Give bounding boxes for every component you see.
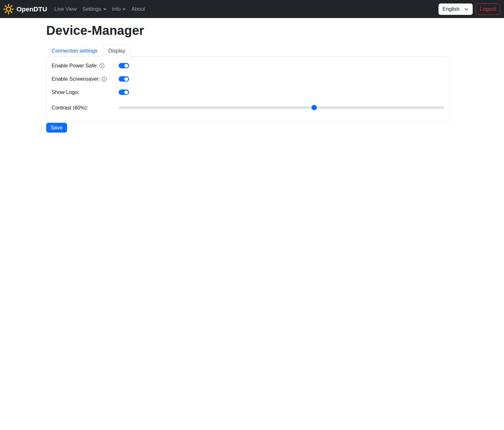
page-title: Device-Manager [46, 23, 450, 38]
contrast-slider-track[interactable] [119, 106, 445, 109]
language-selected-value: English [443, 6, 460, 12]
show-logo-label: Show Logo: [52, 89, 119, 95]
main-content: Device-Manager Connection settings Displ… [46, 23, 450, 133]
contrast-slider[interactable] [119, 105, 445, 110]
language-select[interactable]: English [439, 3, 473, 15]
tab-bar: Connection settings Display [46, 45, 450, 56]
tab-connection-settings[interactable]: Connection settings [46, 45, 103, 57]
brand-link[interactable]: OpenDTU [3, 4, 47, 15]
enable-power-safe-switch[interactable] [119, 63, 129, 68]
nav-settings-label: Settings [82, 6, 101, 12]
nav-info[interactable]: Info [109, 3, 129, 15]
enable-screensaver-label: Enable Screensaver: [52, 76, 119, 82]
navbar: OpenDTU Live View Settings Info About En… [0, 0, 504, 18]
show-logo-label-text: Show Logo: [52, 89, 79, 95]
enable-screensaver-row: Enable Screensaver: [52, 75, 445, 83]
tab-display[interactable]: Display [103, 45, 131, 57]
show-logo-switch[interactable] [119, 90, 129, 95]
show-logo-row: Show Logo: [52, 88, 445, 96]
enable-power-safe-label: Enable Power Safe: [52, 63, 119, 69]
chevron-down-icon [122, 9, 126, 10]
nav-links: Live View Settings Info About [52, 3, 148, 15]
contrast-slider-thumb[interactable] [312, 105, 317, 110]
brand-label: OpenDTU [16, 5, 47, 13]
display-settings-card: Enable Power Safe: Enable Screensaver: [46, 56, 450, 122]
sun-icon [3, 4, 14, 15]
chevron-down-icon [464, 7, 469, 11]
nav-info-label: Info [112, 6, 121, 12]
info-icon[interactable] [99, 63, 104, 68]
nav-about-label: About [131, 6, 145, 12]
navbar-right: English Logout [439, 3, 500, 15]
nav-settings[interactable]: Settings [79, 3, 109, 15]
save-button[interactable]: Save [46, 123, 67, 133]
contrast-label: Contrast (60%): [52, 105, 119, 111]
enable-screensaver-switch[interactable] [119, 76, 129, 82]
contrast-label-text: Contrast (60%): [52, 105, 88, 111]
enable-power-safe-row: Enable Power Safe: [52, 62, 445, 70]
nav-live-view[interactable]: Live View [52, 3, 79, 15]
chevron-down-icon [103, 9, 106, 10]
enable-screensaver-label-text: Enable Screensaver: [52, 76, 100, 82]
enable-power-safe-label-text: Enable Power Safe: [52, 63, 98, 69]
info-icon[interactable] [102, 77, 107, 82]
contrast-row: Contrast (60%): [52, 102, 445, 114]
logout-button[interactable]: Logout [476, 3, 500, 15]
nav-about[interactable]: About [128, 3, 148, 15]
nav-live-view-label: Live View [54, 6, 77, 12]
